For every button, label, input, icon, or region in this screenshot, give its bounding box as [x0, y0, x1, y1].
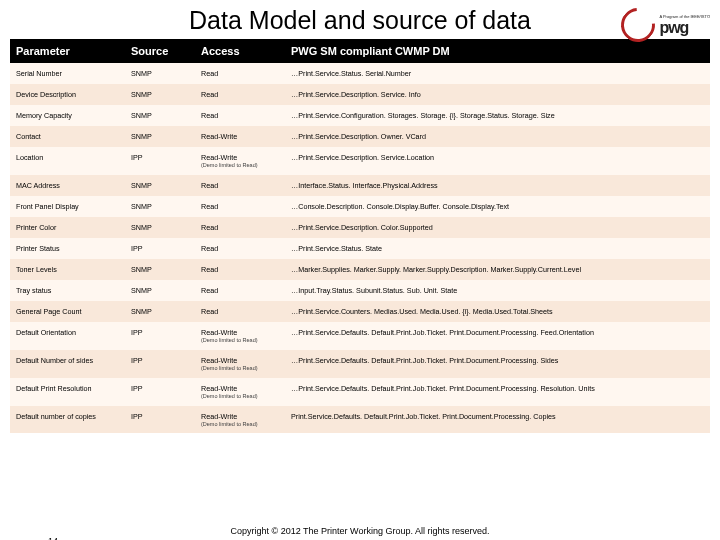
cell-dm: …Print.Service.Configuration. Storages. … — [285, 105, 710, 126]
cell-access: Read — [195, 301, 285, 322]
col-dm: PWG SM compliant CWMP DM — [285, 39, 710, 63]
cell-source: IPP — [125, 378, 195, 406]
table-header-row: Parameter Source Access PWG SM compliant… — [10, 39, 710, 63]
cell-source: IPP — [125, 350, 195, 378]
logo-subtext: A Program of the IEEE/ISTO — [659, 14, 710, 19]
cell-source: SNMP — [125, 217, 195, 238]
cell-source: SNMP — [125, 301, 195, 322]
access-note: (Demo limited to Read) — [201, 421, 279, 428]
access-note: (Demo limited to Read) — [201, 337, 279, 344]
cell-access: Read — [195, 238, 285, 259]
cell-parameter: Default Number of sides — [10, 350, 125, 378]
cell-source: IPP — [125, 238, 195, 259]
access-note: (Demo limited to Read) — [201, 365, 279, 372]
cell-access: Read-Write(Demo limited to Read) — [195, 350, 285, 378]
cell-source: SNMP — [125, 63, 195, 84]
col-access: Access — [195, 39, 285, 63]
cell-parameter: Tray status — [10, 280, 125, 301]
cell-access: Read-Write — [195, 126, 285, 147]
table-row: Printer ColorSNMPRead…Print.Service.Desc… — [10, 217, 710, 238]
cell-source: SNMP — [125, 280, 195, 301]
cell-dm: …Print.Service.Description. Owner. VCard — [285, 126, 710, 147]
cell-parameter: Printer Status — [10, 238, 125, 259]
cell-dm: …Print.Service.Description. Color.Suppor… — [285, 217, 710, 238]
col-parameter: Parameter — [10, 39, 125, 63]
cell-parameter: Contact — [10, 126, 125, 147]
cell-access: Read — [195, 84, 285, 105]
access-note: (Demo limited to Read) — [201, 162, 279, 169]
access-note: (Demo limited to Read) — [201, 393, 279, 400]
cell-access: Read — [195, 280, 285, 301]
data-model-table: Parameter Source Access PWG SM compliant… — [10, 39, 710, 433]
footer-copyright: Copyright © 2012 The Printer Working Gro… — [0, 526, 720, 536]
cell-dm: …Print.Service.Status. State — [285, 238, 710, 259]
table-row: General Page CountSNMPRead…Print.Service… — [10, 301, 710, 322]
table-row: Default number of copiesIPPRead-Write(De… — [10, 406, 710, 434]
cell-dm: Print.Service.Defaults. Default.Print.Jo… — [285, 406, 710, 434]
cell-dm: …Print.Service.Defaults. Default.Print.J… — [285, 322, 710, 350]
cell-dm: …Print.Service.Defaults. Default.Print.J… — [285, 378, 710, 406]
cell-source: SNMP — [125, 84, 195, 105]
pwg-logo: A Program of the IEEE/ISTO pwg — [621, 8, 710, 42]
table-row: MAC AddressSNMPRead…Interface.Status. In… — [10, 175, 710, 196]
table-row: Serial NumberSNMPRead…Print.Service.Stat… — [10, 63, 710, 84]
cell-dm: …Print.Service.Status. Serial.Number — [285, 63, 710, 84]
cell-access: Read-Write(Demo limited to Read) — [195, 322, 285, 350]
cell-parameter: Default number of copies — [10, 406, 125, 434]
table-row: Front Panel DisplaySNMPRead…Console.Desc… — [10, 196, 710, 217]
cell-dm: …Console.Description. Console.Display.Bu… — [285, 196, 710, 217]
cell-parameter: Front Panel Display — [10, 196, 125, 217]
cell-parameter: Device Description — [10, 84, 125, 105]
table-row: Default OrientationIPPRead-Write(Demo li… — [10, 322, 710, 350]
cell-access: Read — [195, 175, 285, 196]
cell-parameter: Memory Capacity — [10, 105, 125, 126]
swirl-icon — [614, 1, 662, 49]
cell-parameter: Toner Levels — [10, 259, 125, 280]
cell-access: Read — [195, 217, 285, 238]
cell-source: IPP — [125, 406, 195, 434]
footer-page-number: 14 — [48, 536, 58, 540]
cell-source: SNMP — [125, 259, 195, 280]
table-row: Toner LevelsSNMPRead…Marker.Supplies. Ma… — [10, 259, 710, 280]
cell-parameter: General Page Count — [10, 301, 125, 322]
cell-parameter: Location — [10, 147, 125, 175]
cell-access: Read-Write(Demo limited to Read) — [195, 378, 285, 406]
table-row: Default Print ResolutionIPPRead-Write(De… — [10, 378, 710, 406]
table-row: LocationIPPRead-Write(Demo limited to Re… — [10, 147, 710, 175]
logo-text: pwg — [659, 19, 710, 37]
table-row: Tray statusSNMPRead…Input.Tray.Status. S… — [10, 280, 710, 301]
cell-parameter: Default Print Resolution — [10, 378, 125, 406]
cell-source: IPP — [125, 322, 195, 350]
cell-access: Read-Write(Demo limited to Read) — [195, 406, 285, 434]
cell-parameter: Default Orientation — [10, 322, 125, 350]
cell-access: Read-Write(Demo limited to Read) — [195, 147, 285, 175]
table-row: Printer StatusIPPRead…Print.Service.Stat… — [10, 238, 710, 259]
cell-dm: …Print.Service.Description. Service. Inf… — [285, 84, 710, 105]
cell-source: SNMP — [125, 175, 195, 196]
cell-parameter: Printer Color — [10, 217, 125, 238]
table-row: Memory CapacitySNMPRead…Print.Service.Co… — [10, 105, 710, 126]
table-row: ContactSNMPRead-Write…Print.Service.Desc… — [10, 126, 710, 147]
cell-access: Read — [195, 196, 285, 217]
cell-access: Read — [195, 259, 285, 280]
cell-source: IPP — [125, 147, 195, 175]
cell-dm: …Marker.Supplies. Marker.Supply. Marker.… — [285, 259, 710, 280]
cell-access: Read — [195, 105, 285, 126]
cell-dm: …Input.Tray.Status. Subunit.Status. Sub.… — [285, 280, 710, 301]
col-source: Source — [125, 39, 195, 63]
table-row: Default Number of sidesIPPRead-Write(Dem… — [10, 350, 710, 378]
cell-dm: …Print.Service.Defaults. Default.Print.J… — [285, 350, 710, 378]
cell-parameter: Serial Number — [10, 63, 125, 84]
table-row: Device DescriptionSNMPRead…Print.Service… — [10, 84, 710, 105]
cell-dm: …Interface.Status. Interface.Physical.Ad… — [285, 175, 710, 196]
cell-dm: …Print.Service.Description. Service.Loca… — [285, 147, 710, 175]
cell-access: Read — [195, 63, 285, 84]
cell-source: SNMP — [125, 126, 195, 147]
cell-source: SNMP — [125, 105, 195, 126]
cell-parameter: MAC Address — [10, 175, 125, 196]
cell-source: SNMP — [125, 196, 195, 217]
cell-dm: …Print.Service.Counters. Medias.Used. Me… — [285, 301, 710, 322]
page-title: Data Model and source of data — [189, 6, 531, 35]
